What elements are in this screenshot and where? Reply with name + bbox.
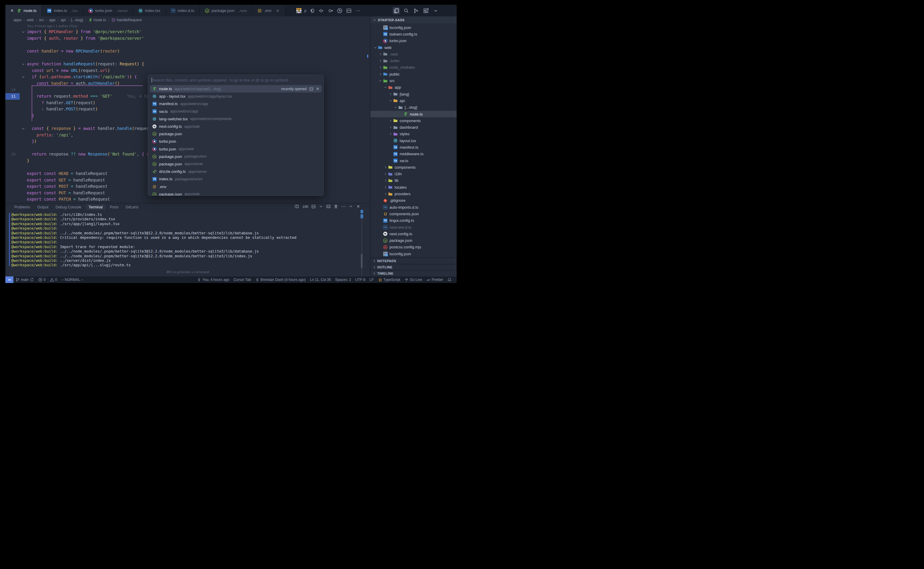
panel-tab-output[interactable]: Output — [34, 204, 52, 210]
tree-item-src[interactable]: src — [370, 77, 457, 84]
tree-item-next.config.ts[interactable]: Nnext.config.ts — [370, 230, 457, 237]
tree-item-[lang][interactable]: [lang] — [370, 91, 457, 97]
quick-open-item[interactable]: JSpackage.jsonapps/web — [150, 190, 322, 196]
tree-item-components.json[interactable]: { }components.json — [370, 210, 457, 217]
status-item-cursor-tab[interactable]: Cursor Tab — [231, 278, 253, 282]
status-item-prettier[interactable]: Prettier — [424, 278, 445, 282]
tree-item-public[interactable]: public — [370, 71, 457, 77]
more-icon[interactable]: ⋯ — [356, 8, 361, 14]
tree-item-locales[interactable]: locales — [370, 184, 457, 190]
tree-item-.turbo[interactable]: .turbo — [370, 57, 457, 64]
trash-icon[interactable] — [334, 204, 338, 209]
split-editor-icon[interactable] — [346, 8, 351, 14]
tree-item-tsconfig.json[interactable]: TStsconfig.json — [370, 251, 457, 257]
tree-item-sw.ts[interactable]: TSsw.ts — [370, 157, 457, 164]
status-item-main[interactable]: main — [14, 278, 36, 282]
status-item-lf[interactable]: LF — [368, 278, 376, 282]
quick-open-item[interactable]: JSpackage.json — [150, 130, 322, 138]
terminal-output[interactable]: @workspace/web:build: ./src/i18n/index.t… — [5, 211, 370, 268]
panel-tab-gitlens[interactable]: GitLens — [123, 204, 141, 210]
quick-open-item[interactable]: TSmanifest.tsapps/web/src/app — [150, 100, 322, 108]
panel-tab-ports[interactable]: Ports — [107, 204, 122, 210]
tree-item-node_modules[interactable]: node_modules — [370, 64, 457, 71]
nav-circle-icon[interactable] — [318, 8, 324, 14]
nav-back-icon[interactable] — [309, 8, 315, 14]
more-icon[interactable]: ⋯ — [341, 204, 346, 209]
quick-open-item[interactable]: app - layout.tsxapps/web/src/app/layout.… — [150, 93, 322, 100]
status-item-0[interactable]: 0 — [36, 278, 48, 282]
quick-open-item[interactable]: turbo.jsonapps/web — [150, 145, 322, 153]
graph-icon[interactable] — [412, 7, 419, 14]
tab-.env[interactable]: .env⊘ — [252, 5, 286, 17]
copy-pages-icon[interactable] — [393, 7, 400, 14]
tree-item-tsconfig.json[interactable]: TStsconfig.json — [370, 24, 457, 31]
status-item-go-live[interactable]: Go Live — [402, 278, 424, 282]
tree-item-web[interactable]: web — [370, 44, 457, 51]
tree-item-layout.tsx[interactable]: layout.tsx — [370, 137, 457, 144]
quick-open-item[interactable]: route.tsapps/web/src/app/api/[...slug]re… — [150, 85, 322, 93]
chevron-down-icon[interactable] — [319, 204, 323, 209]
tree-item-turbo.json[interactable]: turbo.json — [370, 38, 457, 44]
quick-open-input[interactable]: Search files, content, and symbols (appe… — [148, 75, 324, 85]
close-x-icon[interactable]: ✕ — [356, 204, 360, 209]
extensions-grid-icon[interactable] — [422, 7, 430, 14]
tree-item-package.json[interactable]: JSpackage.json — [370, 237, 457, 244]
tab-close-icon[interactable]: ✕ — [11, 8, 14, 13]
tree-item-postcss.config.mjs[interactable]: postcss.config.mjs — [370, 244, 457, 251]
tab-route.ts[interactable]: ✕route.ts — [5, 5, 42, 17]
fold-chevron-icon[interactable] — [20, 29, 27, 35]
tree-item-lib[interactable]: lib — [370, 177, 457, 184]
status-item-brendan-dash-4-hours-ago-[interactable]: Brendan Dash (4 hours ago) — [253, 278, 308, 282]
run-circle-icon[interactable] — [337, 8, 342, 14]
status-item-ln-11-col-35[interactable]: Ln 11, Col 35 — [308, 278, 333, 282]
status-item-0[interactable]: 0 — [48, 278, 59, 282]
panel-tab-debug-console[interactable]: Debug Console — [53, 204, 84, 210]
quick-open-item[interactable]: JSpackage.jsonapps/server — [150, 160, 322, 168]
grid-colored-icon[interactable] — [296, 8, 301, 14]
fold-chevron-icon[interactable] — [20, 125, 27, 132]
fold-chevron-icon[interactable] — [20, 74, 27, 80]
quick-open-item[interactable]: drizzle.config.tsapps/server — [150, 168, 322, 175]
tree-item-.gitignore[interactable]: .gitignore — [370, 197, 457, 204]
status-item-bell[interactable] — [445, 278, 454, 282]
status-item--normal-[interactable]: -- NORMAL -- — [59, 278, 85, 282]
quick-open-item[interactable]: JSpackage.jsonpackages/env — [150, 153, 322, 160]
tree-item-tsdown.config.ts[interactable]: TStsdown.config.ts — [370, 31, 457, 37]
remote-indicator[interactable]: >< — [5, 277, 14, 283]
tab-index.ts[interactable]: TSindex.ts.../src — [42, 5, 83, 17]
breadcrumb-item-apps[interactable]: apps — [14, 18, 21, 22]
tree-item-lingui.config.ts[interactable]: TSlingui.config.ts — [370, 218, 457, 224]
nav-forward-icon[interactable] — [328, 8, 333, 14]
breadcrumb-item-handleRequest[interactable]: handleRequest — [111, 18, 142, 22]
status-item-you-4-hours-ago[interactable]: You, 4 hours ago — [195, 278, 231, 282]
tree-item-styles[interactable]: styles — [370, 131, 457, 137]
chev-up-icon[interactable] — [349, 204, 353, 209]
tab-index.d.ts[interactable]: TSindex.d.ts — [166, 5, 200, 17]
tab-turbo.json[interactable]: turbo.json.../server — [83, 5, 133, 17]
tree-item-next-env.d.ts[interactable]: TSnext-env.d.ts — [370, 224, 457, 230]
chevron-down-icon[interactable] — [432, 7, 439, 14]
tree-item-[...slug][interactable]: [...slug] — [370, 104, 457, 111]
tree-item-.next[interactable]: .next — [370, 51, 457, 57]
breadcrumb-item-route.ts[interactable]: route.ts — [88, 18, 106, 22]
sidebar-section-timeline[interactable]: TIMELINE — [370, 270, 457, 277]
tree-item-dashboard[interactable]: dashboard — [370, 124, 457, 131]
explorer-section-header[interactable]: STARTER-SASS — [370, 17, 457, 23]
terminal-scrollbar-thumb[interactable] — [361, 254, 363, 268]
breadcrumb-item-[...slug][interactable]: [...slug] — [71, 18, 83, 22]
tree-item-api[interactable]: api — [370, 97, 457, 104]
search-icon[interactable] — [403, 7, 410, 14]
tree-item-components[interactable]: components — [370, 164, 457, 170]
panel-bottom-icon[interactable] — [326, 204, 331, 209]
breadcrumb-item-api[interactable]: api — [61, 18, 66, 22]
quick-open-item[interactable]: lang-switcher.tsxapps/web/src/components — [150, 115, 322, 123]
quick-open-item[interactable]: TSindex.tspackages/env/src — [150, 175, 322, 183]
sidebar-section-outline[interactable]: OUTLINE — [370, 264, 457, 270]
breadcrumb-item-app[interactable]: app — [49, 18, 56, 22]
tree-item-providers[interactable]: providers — [370, 190, 457, 197]
quick-open-item[interactable]: .env — [150, 183, 322, 190]
tree-item-app[interactable]: app — [370, 84, 457, 91]
quick-open-item[interactable]: TSsw.tsapps/web/src/app — [150, 108, 322, 115]
quick-open-item[interactable]: Nnext.config.tsapps/web — [150, 123, 322, 130]
breadcrumb-item-src[interactable]: src — [39, 18, 44, 22]
